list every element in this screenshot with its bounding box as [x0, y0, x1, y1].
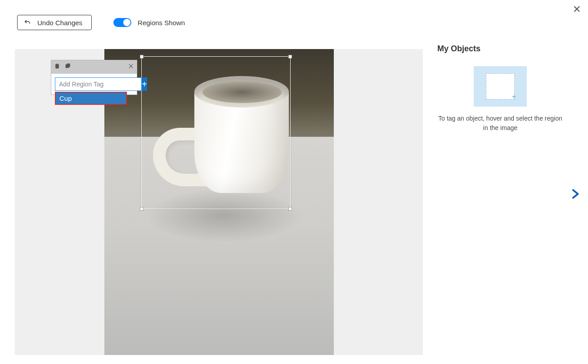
undo-changes-button[interactable]: Undo Changes	[17, 15, 92, 30]
objects-panel: My Objects + To tag an object, hover and…	[437, 44, 563, 133]
regions-toggle-label: Regions Shown	[138, 19, 185, 27]
region-selection[interactable]	[141, 56, 291, 209]
svg-rect-1	[67, 64, 70, 67]
undo-label: Undo Changes	[37, 19, 82, 27]
objects-panel-title: My Objects	[437, 44, 563, 54]
region-tag-popup: + Cup	[51, 60, 137, 95]
add-tag-button[interactable]: +	[142, 77, 147, 91]
duplicate-region-icon[interactable]	[65, 63, 71, 71]
delete-region-icon[interactable]	[54, 63, 60, 71]
add-object-placeholder: +	[486, 73, 515, 99]
tag-suggestion-cup[interactable]: Cup	[55, 92, 127, 105]
regions-toggle[interactable]	[113, 18, 131, 27]
resize-handle-bottom-left[interactable]	[140, 207, 144, 211]
toolbar: Undo Changes Regions Shown	[0, 13, 588, 31]
close-popup-icon[interactable]	[128, 63, 134, 71]
plus-icon: +	[512, 93, 516, 101]
regions-toggle-wrap: Regions Shown	[113, 18, 185, 27]
objects-panel-hint: To tag an object, hover and select the r…	[437, 114, 563, 133]
add-object-card[interactable]: +	[474, 66, 527, 107]
resize-handle-bottom-right[interactable]	[288, 207, 292, 211]
next-image-button[interactable]	[569, 187, 581, 202]
undo-icon	[24, 19, 31, 26]
resize-handle-top-right[interactable]	[288, 55, 292, 58]
close-icon[interactable]: ✕	[573, 4, 581, 14]
chevron-right-icon	[569, 187, 581, 201]
region-tag-input[interactable]	[55, 77, 142, 91]
popup-header	[51, 60, 137, 74]
plus-icon: +	[142, 79, 147, 90]
resize-handle-top-left[interactable]	[140, 55, 144, 58]
training-image[interactable]	[104, 49, 334, 355]
